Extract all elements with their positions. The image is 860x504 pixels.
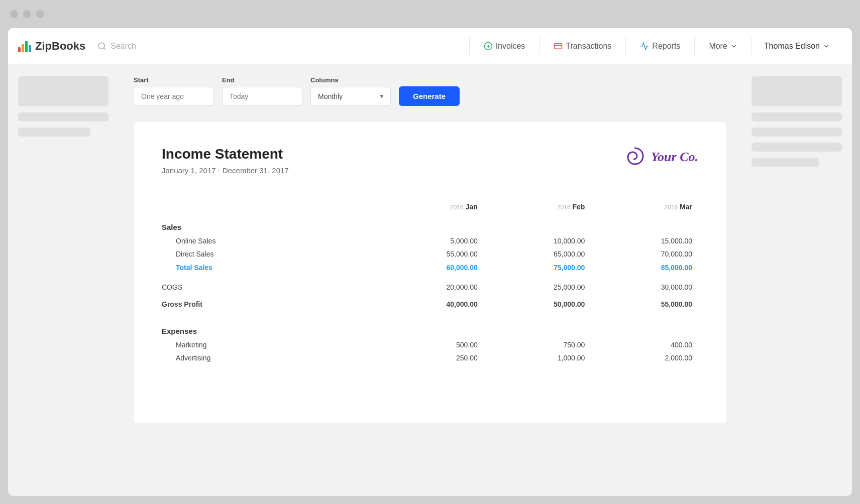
- col-header-jan: 2016 Jan: [376, 199, 484, 215]
- right-block-3: [751, 128, 842, 137]
- nav-links: Invoices Transactions Reports More: [469, 28, 842, 64]
- sidebar-block-3: [18, 128, 90, 137]
- year-label-jan: 2016: [450, 204, 464, 211]
- nav-more-label: More: [709, 42, 727, 51]
- marketing-jan: 500.00: [376, 338, 484, 351]
- section-expenses-header: Expenses: [162, 319, 698, 338]
- nav-reports-label: Reports: [652, 42, 680, 51]
- nav-item-invoices[interactable]: Invoices: [470, 28, 540, 64]
- chevron-down-icon: [730, 43, 737, 50]
- report-date: January 1, 2017 - December 31, 2017: [162, 166, 289, 175]
- advertising-mar: 2,000.00: [591, 351, 698, 364]
- columns-select-wrapper: Monthly Quarterly Annually ▼: [310, 87, 391, 106]
- cogs-feb: 25,000.00: [484, 281, 591, 294]
- total-sales-mar: 85,000.00: [591, 261, 698, 275]
- right-block-5: [751, 158, 819, 167]
- marketing-label: Marketing: [162, 338, 376, 351]
- table-header-row: 2016 Jan 2016 Feb 2016: [162, 199, 698, 215]
- generate-button[interactable]: Generate: [399, 86, 460, 106]
- total-sales-jan: 60,000.00: [376, 261, 484, 275]
- company-name: Your Co.: [651, 150, 698, 165]
- nav-transactions-label: Transactions: [566, 42, 611, 51]
- start-input[interactable]: [134, 87, 214, 106]
- direct-sales-mar: 70,000.00: [591, 247, 698, 261]
- cogs-jan: 20,000.00: [376, 281, 484, 294]
- columns-select[interactable]: Monthly Quarterly Annually: [310, 87, 391, 106]
- cogs-mar: 30,000.00: [591, 281, 698, 294]
- navbar: ZipBooks Search Invoices Transacti: [8, 28, 852, 64]
- online-sales-mar: 15,000.00: [591, 234, 698, 247]
- section-sales-header: Sales: [162, 215, 698, 234]
- titlebar: [0, 0, 860, 28]
- svg-point-0: [98, 43, 104, 49]
- col-header-mar: 2016 Mar: [591, 199, 698, 215]
- nav-user[interactable]: Thomas Edison: [752, 42, 842, 51]
- titlebar-dot-1[interactable]: [10, 10, 18, 18]
- gross-profit-label: Gross Profit: [162, 298, 376, 311]
- table-row: Online Sales 5,000.00 10,000.00 15,000.0…: [162, 234, 698, 247]
- month-label-jan: Jan: [466, 203, 478, 211]
- search-label: Search: [111, 42, 136, 51]
- user-chevron-icon: [823, 43, 830, 50]
- advertising-label: Advertising: [162, 351, 376, 364]
- gross-profit-feb: 50,000.00: [484, 298, 591, 311]
- nav-item-reports[interactable]: Reports: [626, 28, 694, 64]
- gross-profit-row: Gross Profit 40,000.00 50,000.00 55,000.…: [162, 298, 698, 311]
- marketing-mar: 400.00: [591, 338, 698, 351]
- year-label-feb: 2016: [557, 204, 571, 211]
- right-block-4: [751, 143, 842, 152]
- search-icon: [97, 42, 106, 51]
- logo[interactable]: ZipBooks: [18, 40, 85, 53]
- company-logo: Your Co.: [624, 146, 698, 168]
- report-document: Income Statement January 1, 2017 - Decem…: [134, 122, 726, 423]
- nav-item-transactions[interactable]: Transactions: [540, 28, 625, 64]
- company-spiral-icon: [624, 146, 646, 168]
- columns-group: Columns Monthly Quarterly Annually ▼: [310, 76, 391, 106]
- sidebar-block-1: [18, 76, 109, 106]
- advertising-feb: 1,000.00: [484, 351, 591, 364]
- sales-label: Sales: [162, 215, 376, 234]
- expenses-label: Expenses: [162, 319, 376, 338]
- transactions-icon: [554, 42, 563, 51]
- report-header: Income Statement January 1, 2017 - Decem…: [162, 146, 698, 175]
- direct-sales-label: Direct Sales: [162, 247, 376, 261]
- month-label-mar: Mar: [680, 203, 692, 211]
- start-label: Start: [134, 76, 214, 84]
- marketing-feb: 750.00: [484, 338, 591, 351]
- end-group: End: [222, 76, 302, 106]
- right-sidebar: [741, 64, 852, 496]
- titlebar-dot-2[interactable]: [23, 10, 31, 18]
- right-block-1: [751, 76, 842, 106]
- svg-line-1: [104, 48, 105, 49]
- col-header-feb: 2016 Feb: [484, 199, 591, 215]
- direct-sales-jan: 55,000.00: [376, 247, 484, 261]
- online-sales-jan: 5,000.00: [376, 234, 484, 247]
- nav-item-more[interactable]: More: [695, 28, 751, 64]
- app-container: ZipBooks Search Invoices Transacti: [8, 28, 852, 496]
- nav-invoices-label: Invoices: [496, 42, 525, 51]
- report-title-group: Income Statement January 1, 2017 - Decem…: [162, 146, 289, 175]
- columns-label: Columns: [310, 76, 391, 84]
- user-name: Thomas Edison: [764, 42, 820, 51]
- table-row: Direct Sales 55,000.00 65,000.00 70,000.…: [162, 247, 698, 261]
- total-sales-feb: 75,000.00: [484, 261, 591, 275]
- right-block-2: [751, 112, 842, 121]
- svg-rect-5: [555, 43, 562, 49]
- end-input[interactable]: [222, 87, 302, 106]
- online-sales-feb: 10,000.00: [484, 234, 591, 247]
- year-label-mar: 2016: [665, 204, 678, 211]
- table-row: Advertising 250.00 1,000.00 2,000.00: [162, 351, 698, 364]
- logo-icon: [18, 40, 31, 52]
- logo-text: ZipBooks: [35, 40, 85, 53]
- titlebar-dot-3[interactable]: [36, 10, 44, 18]
- gross-profit-mar: 55,000.00: [591, 298, 698, 311]
- controls: Start End Columns Monthly Quarterly Annu…: [134, 76, 726, 106]
- month-label-feb: Feb: [572, 203, 585, 211]
- cogs-row: COGS 20,000.00 25,000.00 30,000.00: [162, 281, 698, 294]
- online-sales-label: Online Sales: [162, 234, 376, 247]
- gross-profit-jan: 40,000.00: [376, 298, 484, 311]
- direct-sales-feb: 65,000.00: [484, 247, 591, 261]
- total-sales-row: Total Sales 60,000.00 75,000.00 85,000.0…: [162, 261, 698, 275]
- search-area[interactable]: Search: [97, 42, 248, 51]
- start-group: Start: [134, 76, 214, 106]
